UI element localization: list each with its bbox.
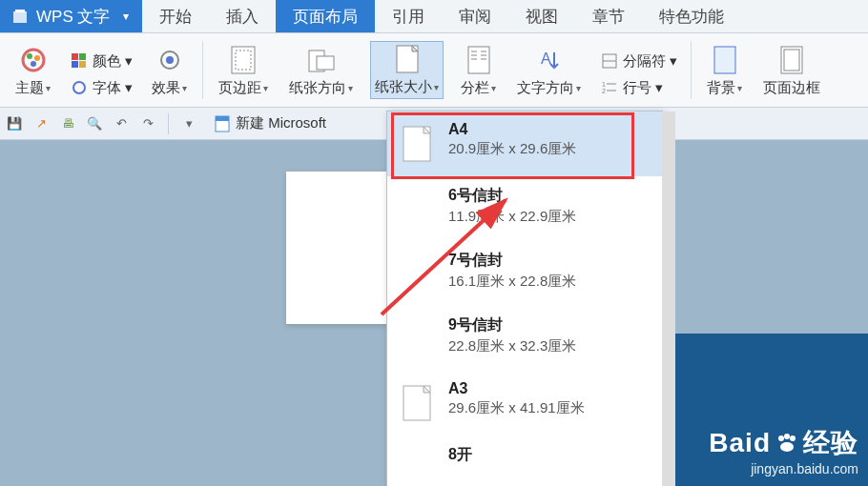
orientation-icon (306, 45, 337, 75)
paper-size-dropdown: A420.9厘米 x 29.6厘米 6号信封11.9厘米 x 22.9厘米 7号… (386, 111, 663, 486)
page-border-button[interactable]: 页面边框 (759, 43, 824, 99)
fonts-icon (70, 78, 89, 97)
breaks-button[interactable]: 分隔符▾ (598, 50, 679, 72)
side-panel (653, 334, 868, 486)
caret-icon: ▾ (46, 83, 51, 93)
qat-undo-icon[interactable]: ↶ (111, 113, 132, 134)
document-tab[interactable]: 新建 Microsoft (205, 114, 336, 132)
tab-features[interactable]: 特色功能 (642, 0, 741, 32)
paper-size-option-a3[interactable]: A329.6厘米 x 41.91厘米 (387, 371, 662, 435)
svg-point-3 (27, 53, 32, 59)
paper-size-option-8k[interactable]: 8开 (387, 435, 662, 486)
breaks-icon (600, 51, 619, 71)
svg-point-12 (166, 56, 174, 64)
svg-rect-7 (79, 53, 86, 60)
tab-review[interactable]: 审阅 (442, 0, 508, 32)
line-numbers-button[interactable]: 12行号▾ (598, 76, 679, 99)
tab-view[interactable]: 视图 (508, 0, 575, 32)
app-name: WPS 文字 (36, 6, 110, 28)
page-icon (399, 121, 435, 167)
themes-icon (18, 45, 49, 75)
svg-rect-18 (468, 47, 489, 73)
columns-button[interactable]: 分栏▾ (457, 43, 500, 99)
app-badge[interactable]: WPS 文字 ▾ (0, 0, 142, 32)
svg-rect-1 (15, 10, 25, 12)
colors-icon (70, 51, 89, 71)
linenum-icon: 12 (600, 78, 619, 97)
qat-separator (168, 113, 169, 134)
tab-pagelayout[interactable]: 页面布局 (276, 0, 375, 32)
page-icon (399, 380, 435, 426)
qat-preview-icon[interactable]: 🔍 (84, 113, 105, 134)
svg-point-5 (31, 61, 36, 67)
qat-dropdown-icon[interactable]: ▾ (178, 113, 199, 134)
paper-size-option-env6[interactable]: 6号信封11.9厘米 x 22.9厘米 (387, 176, 662, 241)
svg-text:A: A (541, 51, 551, 67)
tab-strip: 开始 插入 页面布局 引用 审阅 视图 章节 特色功能 (142, 0, 741, 32)
menu-bar: WPS 文字 ▾ 开始 插入 页面布局 引用 审阅 视图 章节 特色功能 (0, 0, 868, 33)
qat-print-icon[interactable]: 🖶 (57, 113, 78, 134)
effects-icon (155, 45, 185, 75)
qat-save-icon[interactable]: 💾 (4, 113, 25, 134)
qat-share-icon[interactable]: ↗ (31, 113, 52, 134)
paper-size-button[interactable]: 纸张大小▾ (370, 41, 444, 99)
svg-rect-0 (13, 11, 27, 23)
text-direction-button[interactable]: A 文字方向▾ (513, 43, 585, 99)
text-direction-icon: A (534, 45, 565, 75)
background-button[interactable]: 背景▾ (703, 43, 746, 99)
fonts-button[interactable]: 字体▾ (68, 76, 134, 99)
svg-text:2: 2 (602, 88, 606, 94)
svg-rect-6 (72, 53, 78, 60)
tab-home[interactable]: 开始 (142, 0, 209, 32)
app-logo-icon (11, 8, 29, 25)
page-border-icon (776, 45, 807, 75)
svg-rect-36 (216, 116, 229, 121)
tab-sections[interactable]: 章节 (575, 0, 642, 32)
margins-button[interactable]: 页边距▾ (215, 43, 272, 99)
svg-rect-9 (79, 61, 86, 68)
dropdown-scrollbar[interactable] (662, 111, 675, 486)
qat-redo-icon[interactable]: ↷ (137, 113, 158, 134)
background-icon (710, 45, 740, 75)
paper-size-icon (392, 44, 423, 74)
effects-button[interactable]: 效果▾ (148, 43, 191, 99)
margins-icon (228, 45, 258, 75)
svg-rect-16 (317, 56, 334, 70)
paper-size-option-env9[interactable]: 9号信封22.8厘米 x 32.3厘米 (387, 306, 662, 371)
svg-point-4 (34, 55, 40, 61)
themes-button[interactable]: 主题▾ (11, 43, 54, 99)
doc-icon (215, 115, 230, 132)
svg-point-10 (73, 82, 85, 93)
ribbon: 主题▾ 颜色▾ 字体▾ 效果▾ 页边距▾ 纸张方向▾ 纸张大小▾ 分栏▾ A (0, 33, 868, 108)
paper-size-option-env7[interactable]: 7号信封16.1厘米 x 22.8厘米 (387, 241, 662, 306)
tab-insert[interactable]: 插入 (209, 0, 276, 32)
colors-button[interactable]: 颜色▾ (68, 50, 134, 72)
app-menu-caret-icon[interactable]: ▾ (117, 10, 134, 23)
svg-text:1: 1 (602, 81, 606, 88)
orientation-button[interactable]: 纸张方向▾ (285, 43, 357, 99)
svg-point-2 (23, 50, 44, 71)
paper-size-option-a4[interactable]: A420.9厘米 x 29.6厘米 (387, 111, 662, 176)
svg-rect-32 (714, 47, 735, 73)
svg-rect-8 (72, 61, 78, 68)
columns-icon (464, 45, 494, 75)
tab-references[interactable]: 引用 (375, 0, 442, 32)
